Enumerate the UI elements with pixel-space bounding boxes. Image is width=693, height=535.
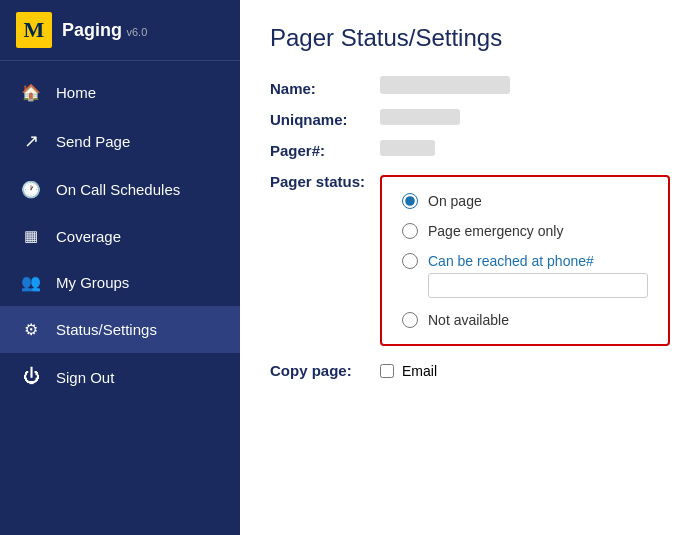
pager-status-row: Pager status: On page Page emergency onl…	[270, 171, 663, 346]
sidebar-item-sign-out-label: Sign Out	[56, 369, 114, 386]
uniqname-label: Uniqname:	[270, 111, 380, 128]
app-version: v6.0	[126, 26, 147, 38]
settings-icon: ⚙	[20, 320, 42, 339]
page-title: Pager Status/Settings	[270, 24, 663, 52]
sidebar-item-coverage-label: Coverage	[56, 228, 121, 245]
radio-option-can-be-reached-container: Can be reached at phone#	[402, 253, 648, 298]
phone-number-input[interactable]	[428, 273, 648, 298]
pager-number-row: Pager#:	[270, 140, 663, 159]
copy-page-row: Copy page: Email	[270, 362, 663, 379]
main-content: Pager Status/Settings Name: Uniqname: Pa…	[240, 0, 693, 535]
sidebar-item-sign-out[interactable]: ⏻ Sign Out	[0, 353, 240, 401]
name-label: Name:	[270, 80, 380, 97]
sidebar-item-coverage[interactable]: ▦ Coverage	[0, 213, 240, 259]
copy-page-label: Copy page:	[270, 362, 380, 379]
radio-can-be-reached-label: Can be reached at phone#	[428, 253, 594, 269]
sidebar-item-on-call-schedules-label: On Call Schedules	[56, 181, 180, 198]
sign-out-icon: ⏻	[20, 367, 42, 387]
clock-icon: 🕐	[20, 180, 42, 199]
app-title: Paging	[62, 20, 122, 40]
radio-on-page-label: On page	[428, 193, 482, 209]
sidebar-item-my-groups[interactable]: 👥 My Groups	[0, 259, 240, 306]
home-icon: 🏠	[20, 83, 42, 102]
radio-on-page[interactable]	[402, 193, 418, 209]
sidebar-item-status-settings[interactable]: ⚙ Status/Settings	[0, 306, 240, 353]
send-page-icon: ↗	[20, 130, 42, 152]
copy-email-label: Email	[402, 363, 437, 379]
sidebar-nav: 🏠 Home ↗ Send Page 🕐 On Call Schedules ▦…	[0, 61, 240, 535]
sidebar-header: M Paging v6.0	[0, 0, 240, 61]
radio-option-can-be-reached[interactable]: Can be reached at phone#	[402, 253, 648, 269]
copy-options: Email	[380, 363, 437, 379]
radio-option-page-emergency[interactable]: Page emergency only	[402, 223, 648, 239]
pager-number-value	[380, 140, 435, 156]
radio-option-not-available[interactable]: Not available	[402, 312, 648, 328]
radio-page-emergency[interactable]	[402, 223, 418, 239]
content-area: Pager Status/Settings Name: Uniqname: Pa…	[240, 0, 693, 535]
sidebar-item-on-call-schedules[interactable]: 🕐 On Call Schedules	[0, 166, 240, 213]
copy-email-checkbox[interactable]	[380, 364, 394, 378]
university-logo: M	[16, 12, 52, 48]
groups-icon: 👥	[20, 273, 42, 292]
coverage-icon: ▦	[20, 227, 42, 245]
pager-number-label: Pager#:	[270, 142, 380, 159]
name-row: Name:	[270, 76, 663, 97]
sidebar-item-send-page[interactable]: ↗ Send Page	[0, 116, 240, 166]
name-value	[380, 76, 510, 94]
sidebar-item-send-page-label: Send Page	[56, 133, 130, 150]
pager-status-box: On page Page emergency only Can be reach…	[380, 175, 670, 346]
radio-page-emergency-label: Page emergency only	[428, 223, 563, 239]
radio-not-available-label: Not available	[428, 312, 509, 328]
sidebar-item-home[interactable]: 🏠 Home	[0, 69, 240, 116]
uniqname-row: Uniqname:	[270, 109, 663, 128]
radio-not-available[interactable]	[402, 312, 418, 328]
radio-can-be-reached[interactable]	[402, 253, 418, 269]
sidebar: M Paging v6.0 🏠 Home ↗ Send Page 🕐 On Ca…	[0, 0, 240, 535]
sidebar-item-home-label: Home	[56, 84, 96, 101]
uniqname-value	[380, 109, 460, 125]
pager-status-label: Pager status:	[270, 171, 380, 190]
sidebar-item-my-groups-label: My Groups	[56, 274, 129, 291]
radio-option-on-page[interactable]: On page	[402, 193, 648, 209]
sidebar-item-status-settings-label: Status/Settings	[56, 321, 157, 338]
